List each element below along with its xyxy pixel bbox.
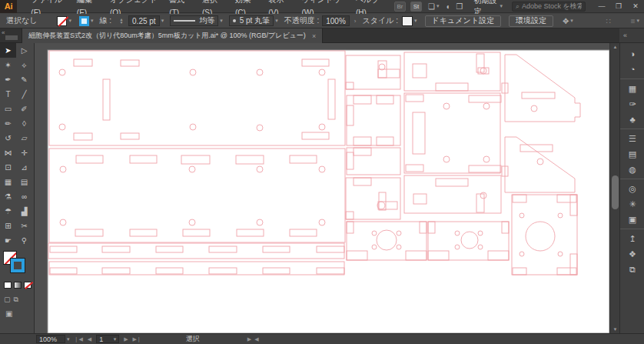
color-button[interactable] (4, 282, 12, 289)
panel-icon-gradient[interactable]: ▤ (620, 146, 644, 162)
tool-puppet-warp[interactable]: ✛ (16, 145, 32, 160)
none-button[interactable] (24, 282, 32, 289)
zoom-level-field[interactable]: 100% (36, 335, 65, 343)
tool-zoom[interactable]: ⚲ (16, 233, 32, 248)
fill-stroke-proxy[interactable] (3, 251, 31, 277)
tool-eyedropper[interactable]: ⚗ (0, 189, 16, 204)
tool-shape-builder[interactable]: ⊡ (0, 160, 16, 175)
tool-hand[interactable]: ☛ (0, 233, 16, 248)
brush-dropdown[interactable]: 5 pt 丸筆 (229, 15, 274, 26)
stroke-color-swatch[interactable] (79, 16, 89, 26)
tools-grid: ➤▷✶⟡✒✎T╱▭✐✏◊↺▱⋈✛⊡⊿▦▤⚗∞☂▟⊞✂☛⚲ (0, 43, 34, 248)
prev-artboard-icon[interactable]: ◀ (88, 336, 91, 342)
dock-group: ◑◔ (620, 45, 644, 79)
panel-icon-cc-libraries[interactable]: ◎ (620, 181, 644, 196)
tools-panel-collapse-icon[interactable]: « (2, 29, 5, 36)
panel-icon-transparency[interactable]: ◍ (620, 162, 644, 177)
artboard-number: 1 (99, 336, 103, 343)
tool-width[interactable]: ⋈ (0, 145, 16, 160)
dock-collapse[interactable]: « (619, 28, 644, 43)
panel-icon-stroke[interactable]: ☰ (620, 131, 644, 146)
screen-mode-button[interactable]: ▣ (5, 309, 12, 318)
style-swatch[interactable] (402, 16, 413, 26)
document-tab[interactable]: 細胞伸長装置S式2改（切り代80um考慮）5mm板カット用.ai* @ 100%… (22, 28, 323, 43)
preferences-button[interactable]: 環境設定 (509, 15, 553, 27)
draw-normal-icon[interactable]: ▢ (4, 296, 11, 304)
tool-artboard[interactable]: ⊞ (0, 219, 16, 233)
tool-gradient[interactable]: ▤ (16, 175, 32, 189)
control-panel-menu-icon[interactable]: ≡ (631, 17, 636, 25)
search-input[interactable] (522, 2, 582, 10)
chevron-down-icon: ▾ (500, 3, 503, 9)
tool-rotate[interactable]: ↺ (0, 131, 16, 145)
artwork-svg[interactable] (35, 43, 609, 333)
panel-icon-graphic-styles[interactable]: ▣ (620, 212, 644, 227)
tool-pen[interactable]: ✒ (0, 72, 16, 87)
tool-perspective-grid[interactable]: ⊿ (16, 160, 32, 175)
stroke-width-field[interactable]: 0.25 pt (128, 15, 160, 26)
minimize-button[interactable]: — (593, 1, 610, 12)
touch-workspace-icon[interactable]: ∷ (606, 17, 610, 25)
workspace-layout-icon[interactable]: ❏ (428, 2, 435, 11)
profile-label: 均等 (199, 15, 214, 26)
fill-color-swatch[interactable] (57, 16, 67, 26)
tool-lasso[interactable]: ⟡ (16, 58, 32, 72)
tool-line-segment[interactable]: ╱ (16, 87, 32, 102)
tool-symbol-sprayer[interactable]: ☂ (0, 204, 16, 219)
gradient-button[interactable] (14, 282, 22, 289)
panel-icon-swatches[interactable]: ▦ (620, 81, 644, 96)
status-bar-menu-icons[interactable]: ▶◀ (247, 336, 262, 342)
first-artboard-icon[interactable]: ❘◀ (75, 336, 83, 342)
tool-direct-selection[interactable]: ▷ (16, 43, 32, 58)
opacity-expand-icon[interactable]: › (354, 18, 357, 25)
width-profile-dropdown[interactable]: 均等 (170, 15, 218, 26)
tool-column-graph[interactable]: ▟ (16, 204, 32, 219)
panel-icon-symbols[interactable]: ♣ (620, 112, 644, 127)
close-button[interactable]: ✕ (627, 1, 644, 12)
tab-bar: « 細胞伸長装置S式2改（切り代80um考慮）5mm板カット用.ai* @ 10… (0, 28, 619, 43)
bridge-button[interactable]: Br (394, 2, 406, 12)
tool-pencil[interactable]: ✏ (0, 116, 16, 131)
tool-magic-wand[interactable]: ✶ (0, 58, 16, 72)
last-artboard-icon[interactable]: ▶❘ (133, 336, 141, 342)
panel-icon-color-guide[interactable]: ◔ (620, 62, 644, 77)
opacity-field[interactable]: 100% (322, 15, 350, 26)
vertical-scrollbar[interactable]: ▲ ▼ (609, 43, 619, 333)
tool-shaper[interactable]: ◊ (16, 116, 32, 131)
scrollbar-thumb[interactable] (612, 175, 619, 209)
tool-blend[interactable]: ∞ (16, 189, 32, 204)
arrange-documents-icon[interactable]: ❒ (456, 2, 463, 11)
options-bar: 選択なし ▾ ▾ 線 : ▲▼ 0.25 pt ▾ 均等 ▾ 5 pt 丸筆 ▾… (0, 14, 644, 28)
next-artboard-icon[interactable]: ▶ (124, 336, 128, 342)
panel-icon-asset-export[interactable]: ↥ (620, 231, 644, 246)
panel-icon-color[interactable]: ◑ (620, 46, 644, 62)
document-setup-button[interactable]: ドキュメント設定 (425, 15, 501, 27)
tool-rectangle[interactable]: ▭ (0, 102, 16, 116)
tool-mesh[interactable]: ▦ (0, 175, 16, 189)
canvas-area[interactable] (35, 43, 609, 333)
panel-icon-appearance[interactable]: ✳ (620, 196, 644, 212)
stroke-width-stepper[interactable]: ▲▼ (118, 15, 125, 26)
tool-free-transform[interactable]: ▱ (16, 131, 32, 145)
tool-selection[interactable]: ➤ (0, 43, 16, 58)
stock-button[interactable]: St (410, 2, 422, 12)
tool-paintbrush[interactable]: ✐ (16, 102, 32, 116)
tool-type[interactable]: T (0, 87, 16, 102)
chevron-down-icon: ▾ (437, 3, 440, 9)
options-bar-right: ∷ ≡ ▾ (606, 17, 639, 25)
draw-behind-icon[interactable]: ⧉ (14, 296, 18, 304)
stock-search[interactable]: ⌕ (512, 2, 586, 12)
restore-button[interactable]: ❐ (610, 1, 627, 12)
panel-icon-brushes[interactable]: ✑ (620, 96, 644, 112)
tool-slice[interactable]: ✂ (16, 219, 32, 233)
stroke-proxy-swatch[interactable] (11, 259, 25, 272)
share-icon[interactable]: ◖ (445, 2, 450, 11)
tool-curvature[interactable]: ✎ (16, 72, 32, 87)
chevron-down-icon: ▾ (67, 336, 70, 342)
tab-close-icon[interactable]: × (312, 32, 316, 40)
artboard-navigation-field[interactable]: 1 ▾ (96, 335, 119, 343)
panel-icon-layers[interactable]: ❖ (620, 246, 644, 262)
panel-icon-artboards[interactable]: ⧉ (620, 262, 644, 277)
align-options-icon[interactable]: ✥ (563, 17, 569, 25)
selection-status: 選択なし (6, 15, 37, 26)
